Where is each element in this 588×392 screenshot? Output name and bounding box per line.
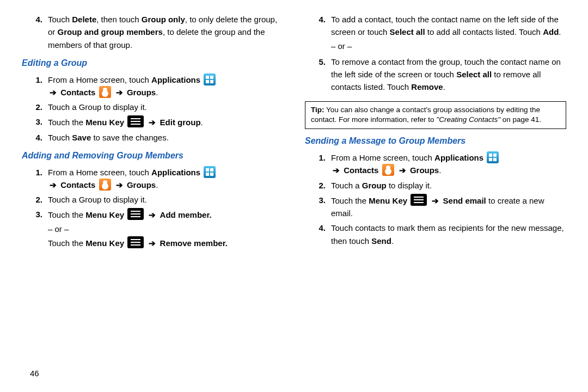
add-remove-steps: 1. From a Home screen, touch Application… — [22, 166, 283, 250]
step-body: Touch the Menu Key Send email to create … — [331, 194, 566, 220]
step-number: 4. — [305, 13, 331, 53]
page-number: 46 — [30, 369, 39, 378]
arrow-icon — [48, 88, 58, 97]
heading-send-message: Sending a Message to Group Members — [305, 134, 566, 148]
step-number: 2. — [22, 101, 48, 113]
list-item: 4. Touch contacts to mark them as recipi… — [305, 222, 566, 247]
list-item: 1. From a Home screen, touch Application… — [22, 166, 283, 192]
step-number: 3. — [22, 208, 48, 249]
list-item: 3. Touch the Menu Key Add member. – or –… — [22, 208, 283, 249]
arrow-icon — [331, 166, 341, 175]
applications-icon — [487, 151, 499, 163]
applications-icon — [204, 166, 216, 178]
step-body: Touch contacts to mark them as recipient… — [331, 222, 566, 247]
edit-steps: 1. From a Home screen, touch Application… — [22, 74, 283, 144]
arrow-icon — [147, 210, 157, 219]
step-number: 4. — [22, 131, 48, 144]
step-body: To add a contact, touch the contact name… — [331, 13, 566, 53]
contacts-icon — [99, 179, 111, 191]
menu-key-icon — [127, 236, 144, 248]
or-divider: – or – — [48, 222, 283, 236]
intro-list: 4. Touch Delete, then touch Group only, … — [22, 13, 283, 51]
menu-key-icon — [127, 115, 144, 127]
right-top-list: 4. To add a contact, touch the contact n… — [305, 13, 566, 94]
step-number: 1. — [22, 74, 48, 99]
arrow-icon — [114, 88, 125, 97]
tip-box: Tip: You can also change a contact's gro… — [305, 101, 566, 130]
arrow-icon — [397, 166, 408, 175]
step-number: 5. — [305, 56, 331, 94]
step-number: 2. — [305, 179, 331, 192]
step-body: From a Home screen, touch Applications C… — [48, 166, 283, 192]
step-body: Touch the Menu Key Add member. – or – To… — [48, 208, 283, 249]
step-number: 2. — [22, 193, 48, 206]
list-item: 4. To add a contact, touch the contact n… — [305, 13, 566, 53]
step-body: From a Home screen, touch Applications C… — [331, 151, 566, 177]
step-body: Touch Delete, then touch Group only, to … — [48, 13, 283, 51]
step-body: Touch a Group to display it. — [48, 193, 283, 206]
list-item: 3. Touch the Menu Key Edit group. — [22, 115, 283, 128]
step-number: 3. — [22, 115, 48, 128]
tip-label: Tip: — [311, 106, 324, 114]
page-content: 4. Touch Delete, then touch Group only, … — [0, 0, 588, 359]
arrow-icon — [48, 180, 58, 189]
left-column: 4. Touch Delete, then touch Group only, … — [22, 11, 283, 348]
step-number: 1. — [22, 166, 48, 192]
list-item: 4. Touch Delete, then touch Group only, … — [22, 13, 283, 51]
list-item: 2. Touch a Group to display it. — [22, 101, 283, 113]
step-number: 4. — [305, 222, 331, 247]
list-item: 1. From a Home screen, touch Application… — [22, 74, 283, 99]
list-item: 3. Touch the Menu Key Send email to crea… — [305, 194, 566, 220]
heading-add-remove: Adding and Removing Group Members — [22, 149, 283, 163]
step-body: Touch the Menu Key Edit group. — [48, 115, 283, 128]
list-item: 2. Touch a Group to display it. — [305, 179, 566, 192]
step-body: Touch a Group to display it. — [48, 101, 283, 113]
applications-icon — [204, 74, 216, 85]
or-divider: – or – — [331, 39, 566, 53]
step-body: From a Home screen, touch Applications C… — [48, 74, 283, 99]
menu-key-icon — [127, 208, 144, 220]
arrow-icon — [430, 196, 440, 205]
list-item: 1. From a Home screen, touch Application… — [305, 151, 566, 177]
step-number: 4. — [22, 13, 48, 51]
step-number: 3. — [305, 194, 331, 220]
step-number: 1. — [305, 151, 331, 177]
contacts-icon — [99, 86, 111, 98]
menu-key-icon — [411, 194, 427, 206]
step-body: Touch Save to save the changes. — [48, 131, 283, 144]
contacts-icon — [382, 164, 394, 176]
list-item: 5. To remove a contact from the group, t… — [305, 56, 566, 94]
list-item: 4. Touch Save to save the changes. — [22, 131, 283, 144]
right-column: 4. To add a contact, touch the contact n… — [305, 11, 566, 348]
arrow-icon — [147, 118, 157, 127]
step-body: To remove a contact from the group, touc… — [331, 56, 566, 94]
heading-editing-group: Editing a Group — [22, 57, 283, 70]
arrow-icon — [147, 238, 157, 248]
arrow-icon — [114, 180, 125, 189]
list-item: 2. Touch a Group to display it. — [22, 193, 283, 206]
send-steps: 1. From a Home screen, touch Application… — [305, 151, 566, 247]
step-body: Touch a Group to display it. — [331, 179, 566, 192]
